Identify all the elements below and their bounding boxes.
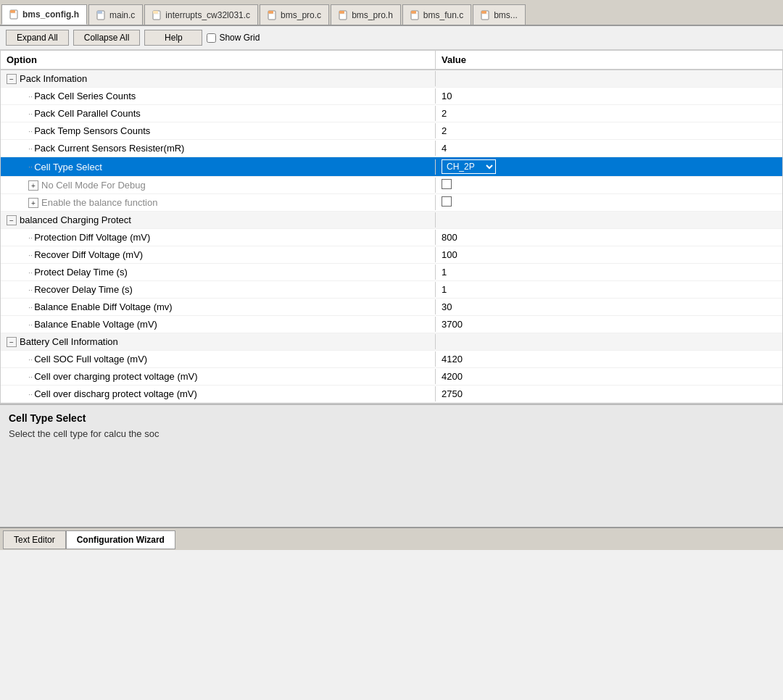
row-label-text: Cell over charging protect voltage (mV) xyxy=(34,371,197,382)
tab-main_c[interactable]: main.c xyxy=(88,4,143,25)
tree-connector-icon: ·· xyxy=(28,144,33,153)
tab-bms_pro_c[interactable]: bms_pro.c xyxy=(260,4,329,25)
tree-connector-icon: ·· xyxy=(28,251,33,259)
bottom-tab-config_wizard[interactable]: Configuration Wizard xyxy=(66,530,175,549)
collapse-icon[interactable]: − xyxy=(7,74,17,84)
tree-connector-icon: ·· xyxy=(28,233,33,242)
table-row-pack_current_sensors[interactable]: ·· Pack Current Sensors Resister(mR)4 xyxy=(1,140,782,157)
row-label-text: Protect Delay Time (s) xyxy=(34,267,128,278)
tree-connector-icon: ·· xyxy=(28,109,33,118)
file-icon xyxy=(339,10,349,20)
tab-bms_extra[interactable]: bms... xyxy=(473,4,526,25)
table-row-balance_enable_voltage[interactable]: ·· Balance Enable Voltage (mV)3700 xyxy=(1,316,782,333)
table-row-cell_type_select[interactable]: ·· Cell Type SelectCH_2PCH_3PCH_4PLFP_2P… xyxy=(1,157,782,177)
tab-label: main.c xyxy=(109,10,135,20)
expand-icon[interactable]: + xyxy=(28,198,38,208)
row-value-pack_temp_sensors: 2 xyxy=(436,123,782,138)
row-label-text: Protection Diff Voltage (mV) xyxy=(34,232,150,243)
option-column-header: Option xyxy=(1,51,436,69)
table-row-battery_cell_info[interactable]: −Battery Cell Information xyxy=(1,333,782,351)
table-row-protection_diff_voltage[interactable]: ·· Protection Diff Voltage (mV)800 xyxy=(1,229,782,246)
file-icon xyxy=(96,10,107,20)
expand-icon[interactable]: + xyxy=(28,180,38,191)
tree-connector-icon: ·· xyxy=(28,127,33,136)
tab-label: interrupts_cw32l031.c xyxy=(165,10,250,20)
row-value-cell_soc_full: 4120 xyxy=(436,351,782,367)
value-column-header: Value xyxy=(436,51,782,69)
row-label-text: Battery Cell Information xyxy=(20,336,118,347)
table-body: −Pack Infomation·· Pack Cell Series Coun… xyxy=(1,70,782,403)
bottom-tab-text_editor[interactable]: Text Editor xyxy=(3,530,66,549)
table-row-pack_info[interactable]: −Pack Infomation xyxy=(1,70,782,88)
file-icon xyxy=(152,10,162,20)
table-row-pack_cell_series[interactable]: ·· Pack Cell Series Counts10 xyxy=(1,88,782,105)
row-value-balance_enable_diff_voltage: 30 xyxy=(436,299,782,314)
tree-connector-icon: ·· xyxy=(28,92,33,101)
table-row-pack_temp_sensors[interactable]: ·· Pack Temp Sensors Counts2 xyxy=(1,122,782,140)
tab-bms_config_h[interactable]: bms_config.h xyxy=(1,4,87,25)
show-grid-container: Show Grid xyxy=(207,33,260,43)
help-button[interactable]: Help xyxy=(144,30,202,46)
table-row-cell_soc_full[interactable]: ·· Cell SOC Full voltage (mV)4120 xyxy=(1,351,782,368)
file-icon xyxy=(9,9,20,20)
tab-label: bms_fun.c xyxy=(423,10,463,20)
row-label-text: Pack Infomation xyxy=(20,73,87,84)
table-row-cell_over_charging[interactable]: ·· Cell over charging protect voltage (m… xyxy=(1,368,782,386)
row-value-cell_over_charging: 4200 xyxy=(436,369,782,384)
description-title: Cell Type Select xyxy=(9,412,774,424)
collapse-icon[interactable]: − xyxy=(7,337,17,347)
table-row-protect_delay_time[interactable]: ·· Protect Delay Time (s)1 xyxy=(1,264,782,281)
tree-connector-icon: ·· xyxy=(28,286,33,294)
svg-rect-13 xyxy=(339,11,344,14)
dropdown-cell_type_select[interactable]: CH_2PCH_3PCH_4PLFP_2PNMC_2P xyxy=(442,159,496,174)
row-label-text: Balance Enable Voltage (mV) xyxy=(34,319,157,330)
tree-connector-icon: ·· xyxy=(28,355,33,364)
tab-interrupts_cw32l031_c[interactable]: interrupts_cw32l031.c xyxy=(144,4,258,25)
collapse-all-button[interactable]: Collapse All xyxy=(73,30,141,46)
collapse-icon[interactable]: − xyxy=(7,215,17,225)
checkbox-no_cell_mode[interactable] xyxy=(442,179,452,189)
row-value-cell_over_discharg: 2750 xyxy=(436,386,782,401)
row-label-text: Recover Diff Voltage (mV) xyxy=(34,249,143,260)
svg-rect-10 xyxy=(268,11,273,14)
row-label-text: balanced Charging Protect xyxy=(20,214,131,225)
row-label-text: No Cell Mode For Debug xyxy=(41,180,146,191)
table-row-recover_diff_voltage[interactable]: ·· Recover Diff Voltage (mV)100 xyxy=(1,246,782,264)
row-label-text: Balance Enable Diff Voltage (mv) xyxy=(34,301,173,312)
row-label-text: Pack Current Sensors Resister(mR) xyxy=(34,143,184,154)
table-row-recover_delay_time[interactable]: ·· Recover Delay Time (s)1 xyxy=(1,281,782,299)
show-grid-checkbox[interactable] xyxy=(207,33,216,43)
tab-label: bms_pro.h xyxy=(352,10,393,20)
svg-rect-16 xyxy=(411,11,416,14)
table-row-no_cell_mode[interactable]: +No Cell Mode For Debug xyxy=(1,177,782,194)
row-value-cell_type_select[interactable]: CH_2PCH_3PCH_4PLFP_2PNMC_2P xyxy=(436,157,782,176)
row-value-pack_info xyxy=(436,77,782,81)
row-label-text: Cell over discharg protect voltage (mV) xyxy=(34,388,197,399)
row-value-no_cell_mode xyxy=(436,177,782,193)
table-row-balanced_charging[interactable]: −balanced Charging Protect xyxy=(1,212,782,229)
row-label-text: Pack Temp Sensors Counts xyxy=(34,125,150,136)
row-value-protection_diff_voltage: 800 xyxy=(436,230,782,245)
show-grid-label: Show Grid xyxy=(219,33,260,43)
tree-connector-icon: ·· xyxy=(28,320,33,329)
description-panel: Cell Type Select Select the cell type fo… xyxy=(0,404,783,527)
table-row-enable_balance[interactable]: +Enable the balance function xyxy=(1,194,782,212)
tab-bms_pro_h[interactable]: bms_pro.h xyxy=(331,4,401,25)
table-row-cell_over_discharg[interactable]: ·· Cell over discharg protect voltage (m… xyxy=(1,386,782,403)
row-value-pack_current_sensors: 4 xyxy=(436,141,782,156)
tree-connector-icon: ·· xyxy=(28,162,33,171)
tree-connector-icon: ·· xyxy=(28,303,33,312)
file-icon xyxy=(481,10,491,20)
tab-bms_fun_c[interactable]: bms_fun.c xyxy=(402,4,471,25)
table-row-balance_enable_diff_voltage[interactable]: ·· Balance Enable Diff Voltage (mv)30 xyxy=(1,299,782,316)
row-label-text: Cell SOC Full voltage (mV) xyxy=(34,354,147,364)
svg-rect-4 xyxy=(97,11,102,14)
row-value-protect_delay_time: 1 xyxy=(436,264,782,280)
description-text: Select the cell type for calcu the soc xyxy=(9,428,774,439)
checkbox-enable_balance[interactable] xyxy=(442,196,452,207)
row-label-text: Enable the balance function xyxy=(41,197,157,208)
expand-all-button[interactable]: Expand All xyxy=(6,30,69,46)
table-row-pack_cell_parallel[interactable]: ·· Pack Cell Parallel Counts2 xyxy=(1,105,782,122)
row-value-recover_diff_voltage: 100 xyxy=(436,247,782,262)
tab-label: bms... xyxy=(494,10,518,20)
